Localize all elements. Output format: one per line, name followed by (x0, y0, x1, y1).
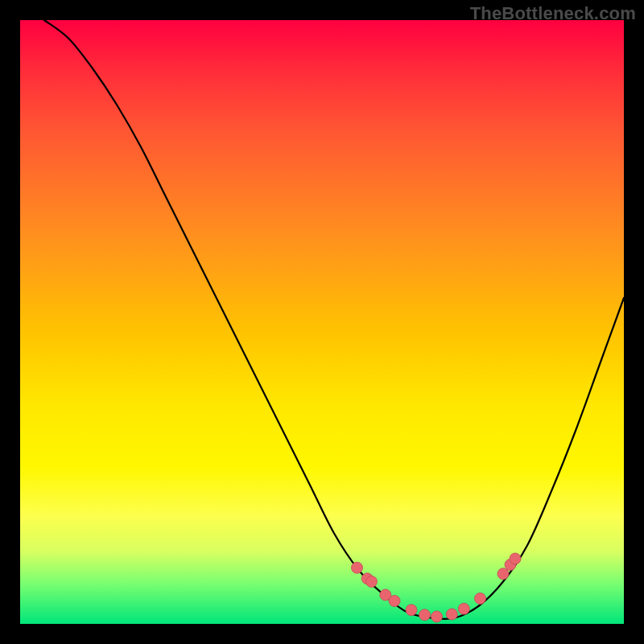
chart-svg (20, 20, 624, 624)
marker-point (389, 596, 400, 607)
marker-point (431, 611, 443, 622)
marker-point (446, 609, 457, 620)
marker-point (510, 553, 521, 564)
marker-point (475, 593, 486, 605)
marker-point (352, 562, 363, 573)
marker-point (366, 576, 378, 588)
marker-point (419, 609, 431, 621)
marker-point (458, 603, 469, 614)
marker-point (497, 568, 509, 580)
curve-line (44, 20, 624, 619)
marker-point (406, 605, 417, 616)
